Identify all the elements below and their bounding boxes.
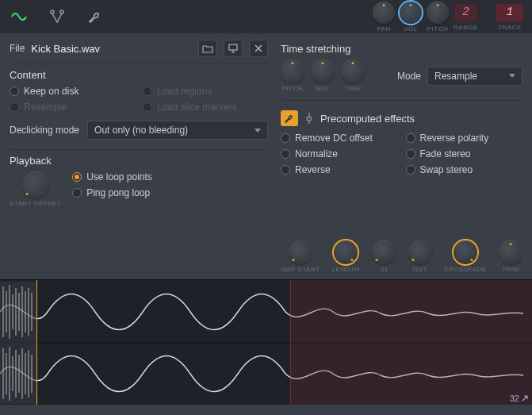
- in-knob[interactable]: [372, 240, 396, 264]
- svg-point-0: [51, 10, 54, 13]
- resample-option[interactable]: Resample: [10, 102, 135, 113]
- pan-label: PAN: [377, 25, 390, 33]
- track-label: TRACK: [498, 24, 522, 31]
- loop-region-overlay[interactable]: [290, 280, 532, 405]
- wrench-tab-icon[interactable]: [84, 6, 106, 28]
- pan-knob[interactable]: [373, 2, 395, 24]
- out-knob[interactable]: [408, 240, 432, 264]
- envelope-tab-icon[interactable]: [46, 6, 68, 28]
- content-title: Content: [10, 69, 268, 81]
- pitch-knob[interactable]: [427, 2, 449, 24]
- expand-icon: [521, 394, 529, 402]
- chevron-down-icon: [255, 129, 261, 133]
- remove-dc-option[interactable]: Remove DC offset: [281, 133, 398, 144]
- ts-mul-knob[interactable]: [311, 60, 335, 83]
- use-loop-points-option[interactable]: .radio.on::after{background:#e8a030} Use…: [72, 171, 268, 183]
- playback-title: Playback: [10, 155, 268, 167]
- start-offset-knob[interactable]: [22, 171, 49, 198]
- wave-tab-icon[interactable]: [8, 6, 30, 28]
- file-label: File: [10, 43, 25, 54]
- track-badge[interactable]: 1: [496, 3, 524, 22]
- pitch-label: PITCH: [427, 25, 449, 33]
- loop-start-marker[interactable]: [36, 280, 37, 405]
- swap-stereo-option[interactable]: Swap stereo: [406, 164, 523, 175]
- trim-knob[interactable]: [499, 240, 522, 264]
- zoom-value[interactable]: 32: [510, 394, 529, 403]
- crossfade-knob[interactable]: [454, 240, 477, 264]
- svg-rect-4: [0, 282, 36, 404]
- close-icon[interactable]: [249, 40, 268, 57]
- effects-title: Precomputed effects: [320, 113, 415, 125]
- toolbar: PAN VOL PITCH 2 RANGE 1 TRACK: [0, 0, 532, 33]
- mode-dropdown[interactable]: Resample: [427, 67, 522, 86]
- declick-dropdown[interactable]: Out only (no bleeding): [87, 121, 268, 140]
- vol-knob[interactable]: [400, 2, 422, 24]
- effects-wrench-icon: [281, 110, 298, 126]
- ping-pong-option[interactable]: Ping pong loop: [72, 187, 268, 198]
- reverse-option[interactable]: Reverse: [281, 164, 398, 175]
- declick-label: Declicking mode: [10, 125, 79, 136]
- svg-rect-2: [229, 44, 237, 50]
- time-stretch-title: Time stretching: [281, 43, 522, 55]
- mode-label: Mode: [397, 71, 421, 82]
- chevron-down-icon: [509, 74, 515, 78]
- load-slice-markers-option[interactable]: Load slice markers: [143, 102, 268, 113]
- length-knob[interactable]: [334, 240, 358, 264]
- svg-point-1: [60, 10, 63, 13]
- vol-label: VOL: [404, 25, 418, 33]
- file-name: Kick Basic.wav: [31, 43, 192, 55]
- range-badge[interactable]: 2: [454, 3, 478, 22]
- ts-time-knob[interactable]: [341, 60, 365, 83]
- keep-on-disk-option[interactable]: Keep on disk: [10, 86, 135, 97]
- fade-stereo-option[interactable]: Fade stereo: [406, 148, 523, 159]
- ts-pitch-knob[interactable]: [281, 60, 304, 83]
- range-label: RANGE: [454, 24, 478, 31]
- reverse-polarity-option[interactable]: Reverse polarity: [406, 133, 523, 144]
- normalize-option[interactable]: Normalize: [281, 148, 398, 159]
- pin-icon: [304, 112, 314, 125]
- load-regions-option[interactable]: Load regions: [143, 86, 268, 97]
- save-icon[interactable]: [224, 40, 243, 57]
- waveform-display[interactable]: 32: [0, 279, 532, 405]
- folder-icon[interactable]: [198, 40, 217, 57]
- smp-start-knob[interactable]: [289, 240, 312, 264]
- start-offset-label: START OFFSET: [10, 200, 61, 207]
